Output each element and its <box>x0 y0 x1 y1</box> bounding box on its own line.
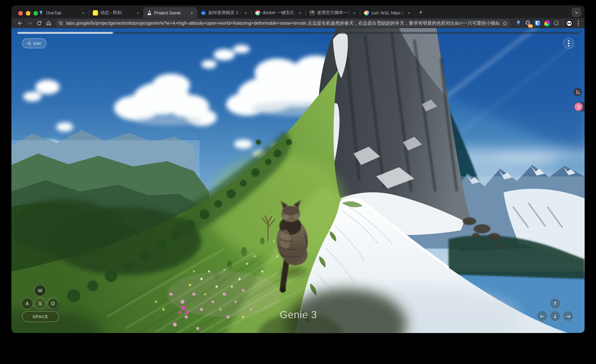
tab-close-icon[interactable]: × <box>352 10 357 16</box>
session-progress-bar <box>17 32 579 34</box>
tab-favicon-icon <box>309 10 315 15</box>
arrow-left-button[interactable]: ← <box>537 311 548 321</box>
tab-title: Project Genie <box>154 10 188 15</box>
screenshot-stage: OneTab × 动态 - 即刻 × Project Genie × 如何使用精… <box>0 0 596 350</box>
progress-track <box>115 32 579 34</box>
tab-close-icon[interactable]: × <box>189 10 195 16</box>
reload-icon <box>36 20 42 26</box>
onetab-extension-button[interactable] <box>515 20 522 27</box>
tab-counter-extension-button[interactable]: 10 <box>525 20 531 27</box>
url-bar[interactable]: labs.google/fx/projectgenie/tools/projec… <box>56 19 511 27</box>
world-options-menu-button[interactable] <box>563 38 574 49</box>
browser-tab-1[interactable]: 动态 - 即刻 × <box>89 7 143 18</box>
home-icon <box>45 20 52 26</box>
browser-tab-6[interactable]: curl -fsSL https://get.docker.c × <box>360 7 414 18</box>
tab-close-icon[interactable]: × <box>243 10 249 16</box>
tab-favicon-icon <box>201 10 206 15</box>
arrow-down-button[interactable]: ↓ <box>550 311 561 321</box>
progress-fill <box>17 32 113 34</box>
bitwarden-extension-button[interactable] <box>534 20 541 27</box>
key-s[interactable]: S <box>34 298 46 309</box>
tab-close-icon[interactable]: × <box>81 10 86 16</box>
browser-tab-0[interactable]: OneTab × <box>35 7 89 18</box>
tab-title: 动态 - 即刻 <box>100 10 134 16</box>
site-settings-icon <box>58 21 64 26</box>
key-space[interactable]: SPACE <box>22 311 59 322</box>
key-w[interactable]: W <box>34 285 46 297</box>
onetab-pin-icon <box>515 20 522 26</box>
home-button[interactable] <box>45 19 52 27</box>
browser-tab-3[interactable]: 如何使用精灵 3 创建有效的提示 × <box>197 7 251 18</box>
tab-title: docker 一键安装脚本 - Google <box>263 10 297 16</box>
sidebar-extension-apps-button[interactable] <box>574 88 582 96</box>
apps-sparkle-icon <box>575 89 580 94</box>
tab-title: 使用官方脚本一键安装docker <box>317 10 351 16</box>
tab-favicon-icon <box>93 10 98 15</box>
chevron-down-icon <box>574 10 579 15</box>
tabs-container: OneTab × 动态 - 即刻 × Project Genie × 如何使用精… <box>35 5 414 18</box>
tab-strip: OneTab × 动态 - 即刻 × Project Genie × 如何使用精… <box>11 5 585 18</box>
arrow-up-button[interactable]: ↑ <box>550 298 561 309</box>
genie-watermark: Genie 3 <box>262 309 335 321</box>
color-splat-extension-button[interactable] <box>544 20 550 27</box>
tab-close-icon[interactable]: × <box>297 10 303 16</box>
browser-tab-active[interactable]: Project Genie × <box>143 7 197 18</box>
bookmark-star-icon[interactable] <box>502 20 508 26</box>
toolbar-divider <box>563 20 563 26</box>
extensions-row: 10 <box>514 20 581 27</box>
extensions-puzzle-button[interactable] <box>553 20 560 27</box>
key-d[interactable]: D <box>47 298 59 309</box>
reload-button[interactable] <box>35 19 43 27</box>
tab-title: curl -fsSL https://get.docker.c <box>371 10 405 15</box>
back-button[interactable] <box>16 19 24 27</box>
tab-close-icon[interactable]: × <box>135 10 141 16</box>
close-window-button[interactable] <box>18 11 23 15</box>
browser-tab-5[interactable]: 使用官方脚本一键安装docker × <box>306 7 360 18</box>
back-arrow-icon <box>17 20 23 26</box>
tab-search-chevron-button[interactable] <box>572 8 581 17</box>
tab-title: 如何使用精灵 3 创建有效的提示 <box>208 10 242 16</box>
tab-counter-badge: 10 <box>528 24 533 28</box>
sidebar-translate-button[interactable] <box>574 102 585 111</box>
new-tab-button[interactable]: + <box>416 8 426 17</box>
browser-tab-4[interactable]: docker 一键安装脚本 - Google × <box>252 7 306 18</box>
tab-close-icon[interactable]: × <box>406 10 412 16</box>
puzzle-piece-icon <box>553 20 559 26</box>
translate-a-icon <box>576 104 581 110</box>
tab-favicon-icon <box>147 10 152 15</box>
profile-avatar[interactable] <box>566 20 573 27</box>
chrome-menu-button[interactable] <box>575 20 581 27</box>
browser-window: OneTab × 动态 - 即刻 × Project Genie × 如何使用精… <box>11 5 585 333</box>
esc-button[interactable]: ESC <box>22 38 46 48</box>
minimize-window-button[interactable] <box>26 11 30 15</box>
tab-title: OneTab <box>46 10 80 15</box>
arrow-right-button[interactable]: → <box>563 311 574 321</box>
translate-sparkle-icon <box>574 103 583 111</box>
exit-icon <box>27 41 31 45</box>
tab-favicon-icon <box>255 10 261 15</box>
forward-button[interactable] <box>25 19 33 27</box>
esc-label: ESC <box>33 41 42 45</box>
genie-world-viewport[interactable]: ESC W <box>11 28 585 333</box>
generated-world-scene <box>11 28 585 333</box>
tab-favicon-icon <box>38 10 44 15</box>
browser-toolbar: labs.google/fx/projectgenie/tools/projec… <box>11 18 585 28</box>
paint-splat-icon <box>544 20 550 26</box>
bitwarden-shield-icon <box>534 20 540 26</box>
tab-favicon-icon <box>364 10 369 15</box>
url-text: labs.google/fx/projectgenie/tools/projec… <box>66 20 500 26</box>
forward-arrow-icon <box>26 20 33 26</box>
key-a[interactable]: A <box>21 298 33 309</box>
